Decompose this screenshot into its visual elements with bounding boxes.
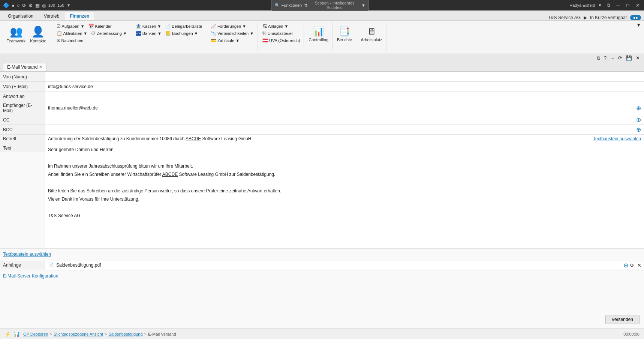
- zeiterfassung-icon: ⏱: [91, 31, 96, 36]
- window-restore-icon[interactable]: ⧉: [605, 2, 612, 9]
- buchungen-icon: 📒: [165, 31, 171, 36]
- cc-label: CC: [0, 115, 45, 124]
- titlebar-icon-2[interactable]: ○: [17, 3, 20, 8]
- send-button[interactable]: Versenden: [605, 315, 640, 324]
- ribbon-btn-kontakte[interactable]: 👤 Kontakte: [28, 23, 48, 45]
- bottom-icon-2[interactable]: 📊: [14, 331, 20, 337]
- breadcrumb-stichtagsbezogene[interactable]: Stichtagsbezogene Ansicht: [54, 332, 103, 336]
- titlebar-center: 🔍 Funktionen ⚗ Scopen - Intelligentes Su…: [271, 0, 369, 11]
- ribbon-item-verbindlichkeiten[interactable]: 📉 Verbindlichkeiten ▼: [209, 30, 255, 37]
- form-area: Von (Name) Von (E-Mail) info@tunds-servi…: [0, 72, 644, 282]
- search-box[interactable]: 🔍 Funktionen ⚗ Scopen - Intelligentes Su…: [271, 0, 369, 11]
- company-label: T&S Service AG: [548, 15, 581, 20]
- anhaenge-close-icon[interactable]: ✕: [636, 262, 643, 268]
- ribbon-item-uva[interactable]: 🇦🇹 UVA (Österreich): [261, 37, 301, 44]
- ribbon-btn-arbeitsplatz[interactable]: 🖥 Arbeitsplatz: [359, 23, 383, 45]
- email-server-link[interactable]: E-Mail-Server Konfiguration: [0, 270, 644, 282]
- betreff-text-before: Anforderung der Saldenbestätigung zu Kun…: [48, 136, 186, 141]
- ribbon-item-nachrichten[interactable]: ✉ Nachrichten: [55, 37, 85, 44]
- bcc-value[interactable]: [45, 125, 633, 134]
- ribbon-expand-icon[interactable]: ▼: [636, 22, 641, 28]
- nav-save-icon[interactable]: 💾: [625, 55, 633, 62]
- antwort-an-row: Antwort an: [0, 92, 644, 101]
- ribbon-btn-berichte[interactable]: 📑 Berichte: [335, 23, 353, 45]
- window-minimize-icon[interactable]: ─: [615, 2, 622, 9]
- search-dropdown-icon[interactable]: ▼: [361, 3, 365, 8]
- bottom-bar: ⚡ 📊 OP Debitoren > Stichtagsbezogene Ans…: [0, 328, 644, 339]
- nav-help-icon[interactable]: ?: [603, 55, 608, 62]
- ribbon-group-forderungen: 📈 Forderungen ▼ 📉 Verbindlichkeiten ▼ 💳 …: [207, 22, 258, 51]
- text-content[interactable]: Sehr geehrte Damen und Herren, im Rahmen…: [45, 143, 644, 248]
- ribbon-item-buchungen[interactable]: 📒 Buchungen ▼: [164, 30, 200, 37]
- nav-close-icon[interactable]: ✕: [635, 55, 641, 62]
- ribbon-btn-teamwork[interactable]: 👥 Teamwork: [5, 23, 27, 45]
- titlebar-icon-4[interactable]: ⚙: [28, 3, 33, 8]
- nav-copy-icon[interactable]: ⧉: [596, 55, 601, 62]
- ribbon-item-umsatzsteuer[interactable]: % Umsatzsteuer: [261, 30, 295, 37]
- teamwork-label: Teamwork: [7, 39, 25, 43]
- titlebar-icon-6[interactable]: ◎: [42, 3, 46, 8]
- ribbon-item-forderungen[interactable]: 📈 Forderungen ▼: [209, 23, 248, 30]
- von-name-value[interactable]: [45, 72, 644, 81]
- titlebar-right: Hadya Eisfeld ▼ ⧉ ─ □ ✕: [569, 2, 641, 9]
- betreff-value[interactable]: Anforderung der Saldenbestätigung zu Kun…: [45, 135, 590, 143]
- textbaustein-btn-betreff[interactable]: Textbaustein auswählen: [590, 135, 644, 143]
- tab-finanzen[interactable]: Finanzen: [65, 12, 94, 20]
- ribbon-item-aktivitaeten[interactable]: 📋 Aktivitäten ▼: [55, 30, 89, 37]
- antwort-an-value[interactable]: [45, 92, 644, 101]
- cc-add-btn[interactable]: ⊕: [633, 115, 644, 124]
- von-email-value[interactable]: info@tunds-service.de: [45, 82, 644, 91]
- ribbon-item-aufgaben[interactable]: ☑ Aufgaben ▼: [55, 23, 86, 30]
- ribbon-item-zahllaeufe[interactable]: 💳 Zahlläufe ▼: [209, 37, 241, 44]
- ribbon-item-anlagen[interactable]: 🏗 Anlagen ▼: [261, 23, 290, 30]
- titlebar-icon-5[interactable]: ▦: [35, 3, 40, 8]
- doc-tab-email-versand[interactable]: E-Mail Versand ✕: [3, 63, 46, 71]
- ribbon-top-right: T&S Service AG ▶ In Kürze verfügbar ●●: [548, 15, 644, 20]
- nav-more-icon[interactable]: ···: [609, 55, 616, 62]
- titlebar-percent-100: 100: [48, 3, 55, 8]
- anhaenge-label: Anhänge: [0, 261, 45, 269]
- doc-tab-close[interactable]: ✕: [39, 64, 42, 69]
- titlebar-icon-3[interactable]: ⟳: [22, 3, 26, 8]
- empfaenger-value[interactable]: thomas.mueller@web.de: [45, 101, 633, 115]
- bottom-icon-1[interactable]: ⚡: [4, 331, 11, 337]
- company-arrow-icon[interactable]: ▶: [584, 15, 587, 20]
- text-line-1: [48, 154, 641, 161]
- user-dropdown-icon[interactable]: ▼: [598, 3, 602, 8]
- soon-toggle[interactable]: ●●: [630, 15, 641, 20]
- ribbon-group-arbeitsplatz: 🖥 Arbeitsplatz: [357, 22, 386, 51]
- ribbon-item-zeiterfassung[interactable]: ⏱ Zeiterfassung ▼: [90, 30, 129, 37]
- aufgaben-arrow: ▼: [81, 24, 85, 28]
- search-field-text: Scopen - Intelligentes Suchfeld: [309, 1, 360, 10]
- nav-refresh-icon[interactable]: ⟳: [617, 55, 623, 62]
- anhaenge-refresh-icon[interactable]: ⟳: [629, 262, 635, 268]
- anhaenge-actions: ⊕ ⟳ ✕: [623, 262, 644, 269]
- bcc-row: BCC ⊕: [0, 125, 644, 135]
- titlebar-dropdown-icon[interactable]: ▼: [66, 3, 70, 8]
- breadcrumb-saldenbestaetigung[interactable]: Saldenbestätigung: [108, 332, 142, 336]
- ribbon-item-kalender[interactable]: 📅 Kalender: [87, 23, 113, 30]
- titlebar-icon-1[interactable]: ●: [12, 3, 15, 8]
- ribbon-item-kassen[interactable]: 🏦 Kassen ▼: [134, 23, 163, 30]
- cc-value[interactable]: [45, 115, 633, 124]
- breadcrumb-sep-3: >: [144, 332, 147, 336]
- ribbon-item-belegarbeitsliste[interactable]: 📄 Belegarbeitsliste: [163, 23, 204, 30]
- breadcrumb-op-debitoren[interactable]: OP Debitoren: [23, 332, 48, 336]
- tab-bar: E-Mail Versand ✕: [0, 62, 644, 72]
- window-close-icon[interactable]: ✕: [634, 2, 641, 9]
- ribbon-group-anlagen: 🏗 Anlagen ▼ % Umsatzsteuer 🇦🇹 UVA (Öster…: [259, 22, 304, 51]
- ribbon-btn-controlling[interactable]: 📊 Controlling: [307, 23, 330, 45]
- tab-organisation[interactable]: Organisation: [3, 12, 38, 20]
- bcc-add-btn[interactable]: ⊕: [633, 125, 644, 134]
- titlebar-left: 🔷 ● ○ ⟳ ⚙ ▦ ◎ 100 150 ▼: [3, 2, 70, 8]
- text-line-3: Anbei finden Sie ein Schreiben unserer W…: [48, 171, 641, 178]
- forderungen-icon: 📈: [211, 24, 216, 29]
- window-maximize-icon[interactable]: □: [625, 2, 631, 9]
- pdf-icon: 📄: [48, 262, 54, 268]
- anhaenge-add-icon[interactable]: ⊕: [623, 262, 628, 269]
- anhaenge-value: 📄 Saldenbestätigung.pdf: [45, 261, 623, 270]
- ribbon-item-banken[interactable]: 🏧 Banken ▼: [134, 30, 163, 37]
- tab-vertrieb[interactable]: Vertrieb: [39, 12, 64, 20]
- textbaustein-link[interactable]: Textbaustein auswählen: [0, 249, 644, 260]
- empfaenger-add-btn[interactable]: ⊕: [633, 101, 644, 115]
